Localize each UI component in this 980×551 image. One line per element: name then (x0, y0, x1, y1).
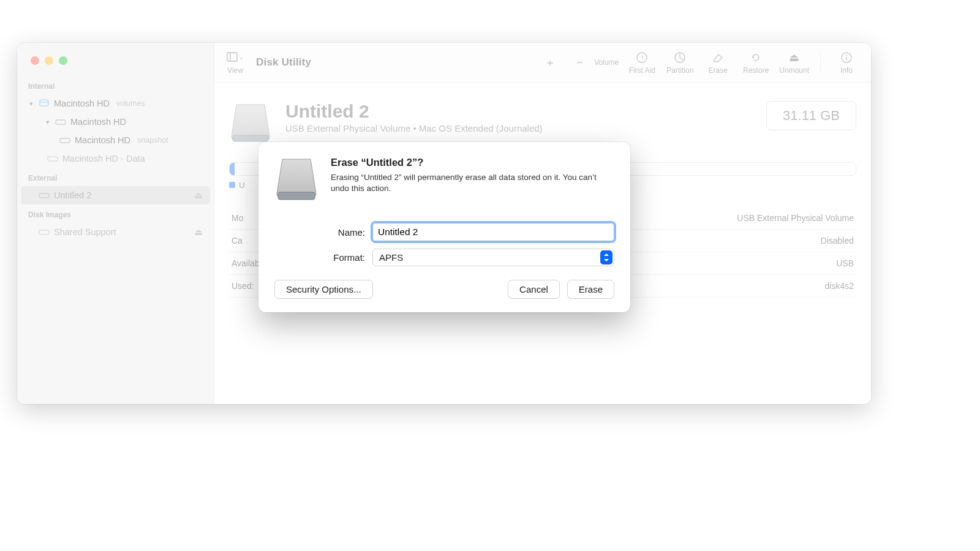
format-select-value: APFS (372, 249, 614, 266)
cancel-button[interactable]: Cancel (508, 280, 560, 299)
format-label: Format: (274, 252, 365, 263)
erase-dialog: Erase “Untitled 2”? Erasing “Untitled 2”… (258, 142, 630, 312)
erase-button[interactable]: Erase (567, 280, 614, 299)
dialog-title: Erase “Untitled 2”? (331, 157, 606, 168)
name-label: Name: (274, 227, 365, 238)
name-input[interactable] (372, 223, 614, 241)
external-disk-icon (274, 157, 318, 203)
security-options-button[interactable]: Security Options... (274, 280, 373, 299)
svg-rect-16 (278, 192, 315, 200)
dialog-message: Erasing “Untitled 2” will permanently er… (331, 172, 606, 194)
updown-chevron-icon[interactable] (600, 250, 612, 264)
format-select[interactable]: APFS (372, 249, 614, 266)
